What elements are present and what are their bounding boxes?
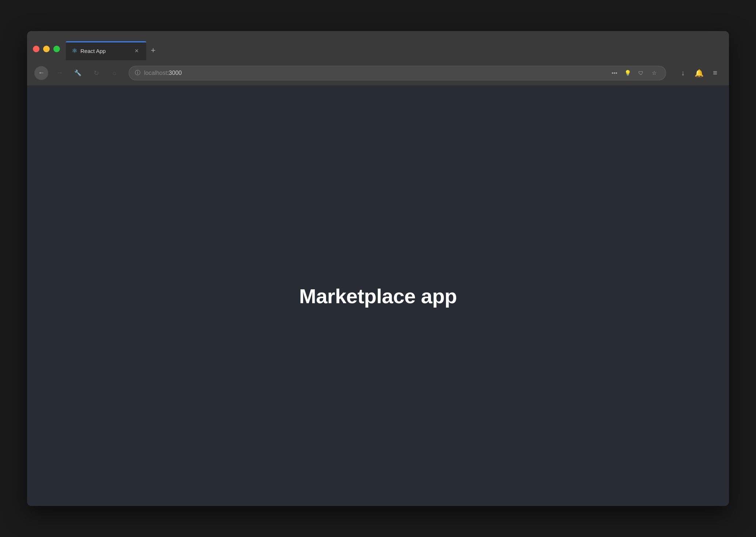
address-bar[interactable]: ⓘ localhost:3000 ••• 💡 🛡 ☆ — [129, 66, 666, 80]
notification-button[interactable]: 🔔 — [692, 66, 706, 80]
new-tab-button[interactable]: + — [146, 43, 160, 57]
shield-button[interactable]: 🛡 — [635, 67, 647, 79]
browser-window: ⚛ React App ✕ + ← → 🔧 ↻ ⌂ ⓘ localhost:30… — [27, 31, 729, 506]
maximize-button[interactable] — [53, 46, 60, 52]
react-icon: ⚛ — [72, 47, 78, 55]
menu-icon: ≡ — [713, 69, 717, 77]
tab-close-button[interactable]: ✕ — [133, 47, 140, 54]
back-icon: ← — [38, 69, 45, 77]
url-display: localhost:3000 — [144, 70, 605, 76]
close-button[interactable] — [33, 46, 39, 52]
refresh-icon: ↻ — [94, 69, 99, 77]
active-tab[interactable]: ⚛ React App ✕ — [66, 41, 146, 60]
home-icon: ⌂ — [113, 70, 116, 76]
window-controls — [33, 46, 60, 60]
star-icon: ☆ — [652, 70, 657, 76]
tools-button[interactable]: 🔧 — [71, 66, 85, 80]
marketplace-heading: Marketplace app — [299, 284, 457, 308]
address-actions: ••• 💡 🛡 ☆ — [609, 67, 660, 79]
url-protocol: localhost — [144, 70, 167, 76]
bookmark-button[interactable]: ☆ — [648, 67, 660, 79]
refresh-button[interactable]: ↻ — [89, 66, 103, 80]
browser-content: Marketplace app — [27, 86, 729, 506]
lightbulb-button[interactable]: 💡 — [622, 67, 634, 79]
info-icon: ⓘ — [135, 69, 140, 76]
forward-button[interactable]: → — [53, 66, 67, 80]
nav-bar: ← → 🔧 ↻ ⌂ ⓘ localhost:3000 ••• 💡 — [27, 60, 729, 86]
shield-icon: 🛡 — [638, 70, 643, 76]
notification-icon: 🔔 — [695, 69, 704, 77]
title-bar: ⚛ React App ✕ + — [27, 31, 729, 60]
lightbulb-icon: 💡 — [624, 70, 631, 76]
url-port: :3000 — [167, 70, 182, 76]
tab-active-indicator — [66, 41, 146, 42]
tab-title: React App — [80, 48, 130, 54]
download-button[interactable]: ↓ — [676, 66, 689, 80]
nav-right: ↓ 🔔 ≡ — [676, 66, 722, 80]
more-icon: ••• — [612, 70, 617, 76]
back-button[interactable]: ← — [34, 66, 48, 80]
more-button[interactable]: ••• — [609, 67, 620, 79]
download-icon: ↓ — [681, 69, 685, 77]
home-button[interactable]: ⌂ — [107, 66, 121, 80]
minimize-button[interactable] — [43, 46, 50, 52]
tools-icon: 🔧 — [74, 69, 82, 76]
forward-icon: → — [56, 69, 63, 77]
menu-button[interactable]: ≡ — [708, 66, 722, 80]
